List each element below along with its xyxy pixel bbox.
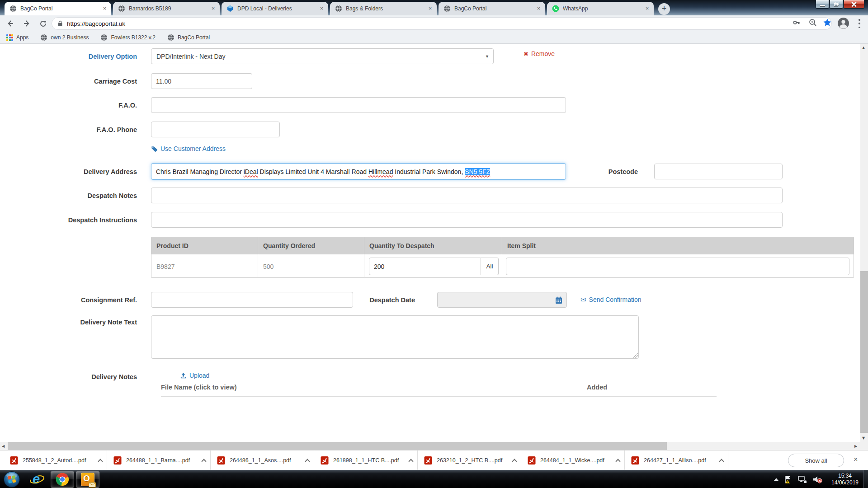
scroll-right-icon[interactable]: ▶ bbox=[854, 444, 857, 448]
windows-taskbar: e O bbox=[0, 470, 868, 488]
scroll-down-icon[interactable]: ▼ bbox=[862, 436, 865, 440]
envelope-icon: ✉ bbox=[580, 296, 586, 304]
use-customer-address-label: Use Customer Address bbox=[160, 145, 226, 152]
delivery-address-input[interactable]: Chris Brazil Managing Director iDeal Dis… bbox=[151, 163, 566, 180]
despatch-notes-input[interactable] bbox=[151, 188, 783, 203]
apps-grid-icon bbox=[6, 34, 13, 41]
volume-muted-icon[interactable] bbox=[812, 475, 822, 483]
tab-close-icon[interactable]: × bbox=[426, 5, 434, 13]
download-menu-caret-icon[interactable] bbox=[408, 459, 413, 464]
start-button[interactable] bbox=[0, 471, 24, 488]
select-caret-icon: ▼ bbox=[485, 54, 489, 59]
download-item[interactable]: 255848_1_2_Autod....pdf bbox=[4, 450, 107, 470]
close-icon bbox=[851, 1, 857, 7]
close-button[interactable] bbox=[844, 0, 864, 9]
postcode-input[interactable] bbox=[654, 164, 783, 179]
bookmark-label: Fowlers B1322 v.2 bbox=[111, 34, 156, 41]
tab-close-icon[interactable]: × bbox=[535, 5, 542, 13]
fao-phone-input[interactable] bbox=[151, 122, 280, 137]
download-filename: 264484_1_1_Wicke....pdf bbox=[540, 457, 612, 464]
tab-close-icon[interactable]: × bbox=[318, 5, 326, 13]
despatch-date-input[interactable] bbox=[437, 292, 567, 308]
fao-input[interactable] bbox=[151, 97, 566, 113]
minimize-button[interactable] bbox=[816, 0, 829, 9]
carriage-cost-input[interactable] bbox=[151, 73, 252, 89]
bookmark-bagco-portal[interactable]: BagCo Portal bbox=[167, 34, 210, 41]
tab-title: Barnardos B5189 bbox=[129, 5, 206, 12]
network-icon[interactable] bbox=[797, 475, 807, 483]
download-item[interactable]: 264486_1_1_Asos....pdf bbox=[211, 450, 314, 470]
upload-link[interactable]: Upload bbox=[180, 372, 209, 379]
item-split-input[interactable] bbox=[506, 258, 849, 275]
download-item[interactable]: 261898_1_1_HTC B....pdf bbox=[314, 450, 418, 470]
apps-shortcut[interactable]: Apps bbox=[6, 34, 28, 41]
scroll-left-icon[interactable]: ◀ bbox=[2, 444, 5, 448]
taskbar-chrome-button[interactable] bbox=[51, 471, 74, 488]
horizontal-scroll-thumb[interactable] bbox=[8, 442, 667, 450]
tag-icon bbox=[151, 145, 158, 152]
despatch-instructions-input[interactable] bbox=[151, 212, 783, 228]
download-menu-caret-icon[interactable] bbox=[201, 459, 206, 464]
all-button[interactable]: All bbox=[481, 258, 499, 275]
download-menu-caret-icon[interactable] bbox=[719, 459, 724, 464]
col-header-product-id: Product ID bbox=[151, 237, 258, 254]
download-menu-caret-icon[interactable] bbox=[305, 459, 310, 464]
tab-bags-folders[interactable]: Bags & Folders × bbox=[330, 2, 437, 15]
tab-close-icon[interactable]: × bbox=[209, 5, 217, 13]
taskbar-ie-button[interactable]: e bbox=[25, 471, 49, 488]
cell-quantity-ordered: 500 bbox=[258, 254, 364, 278]
bookmark-own2business[interactable]: own 2 Business bbox=[40, 34, 89, 41]
remove-button[interactable]: ✖ Remove bbox=[524, 50, 555, 57]
tab-bagco-portal-2[interactable]: BagCo Portal × bbox=[439, 2, 545, 15]
forward-button[interactable] bbox=[21, 18, 33, 29]
tab-close-icon[interactable]: × bbox=[643, 5, 651, 13]
tab-whatsapp[interactable]: WhatsApp × bbox=[547, 2, 654, 15]
download-item[interactable]: 264488_1_1_Barna....pdf bbox=[107, 450, 211, 470]
bookmarks-bar: Apps own 2 Business Fowlers B1322 v.2 Ba… bbox=[0, 32, 868, 44]
tab-dpd-local[interactable]: DPD Local - Deliveries × bbox=[222, 2, 328, 15]
tab-close-icon[interactable]: × bbox=[101, 5, 108, 13]
upload-icon bbox=[180, 372, 187, 379]
profile-avatar[interactable] bbox=[837, 17, 849, 29]
downloads-bar-close-icon[interactable]: × bbox=[854, 455, 858, 464]
address-bar[interactable]: https://bagcoportal.uk bbox=[52, 17, 832, 30]
reload-button[interactable] bbox=[37, 18, 49, 29]
new-tab-button[interactable]: + bbox=[658, 3, 670, 15]
resize-handle[interactable] bbox=[632, 353, 638, 358]
download-filename: 261898_1_1_HTC B....pdf bbox=[333, 457, 405, 464]
action-center-flag-icon[interactable] bbox=[783, 475, 793, 484]
back-button[interactable] bbox=[5, 18, 16, 29]
calendar-icon[interactable] bbox=[555, 296, 562, 304]
horizontal-scrollbar[interactable]: ◀ ▶ bbox=[0, 442, 860, 450]
download-menu-caret-icon[interactable] bbox=[98, 459, 103, 464]
tab-bagco-portal-1[interactable]: BagCo Portal × bbox=[5, 2, 111, 15]
download-item[interactable]: 263210_1_2_HTC B....pdf bbox=[418, 450, 521, 470]
download-item[interactable]: 264427_1_1_Alliso....pdf bbox=[625, 450, 728, 470]
col-header-quantity-ordered: Quantity Ordered bbox=[258, 237, 364, 254]
delivery-option-select[interactable]: DPD/Interlink - Next Day ▼ bbox=[151, 48, 494, 64]
vertical-scroll-thumb[interactable] bbox=[860, 271, 868, 433]
restore-button[interactable] bbox=[830, 0, 843, 9]
download-item[interactable]: 264484_1_1_Wicke....pdf bbox=[521, 450, 625, 470]
taskbar-clock[interactable]: 15:34 14/06/2019 bbox=[827, 473, 863, 486]
use-customer-address-link[interactable]: Use Customer Address bbox=[151, 145, 226, 152]
tab-barnardos[interactable]: Barnardos B5189 × bbox=[113, 2, 220, 15]
browser-menu-icon[interactable] bbox=[858, 19, 861, 28]
send-confirmation-link[interactable]: ✉ Send Confirmation bbox=[580, 296, 642, 304]
password-key-icon[interactable] bbox=[792, 18, 801, 29]
show-desktop-button[interactable] bbox=[863, 470, 868, 488]
carriage-cost-label: Carriage Cost bbox=[19, 78, 137, 85]
delivery-note-text-area[interactable] bbox=[151, 315, 639, 359]
bookmark-fowlers[interactable]: Fowlers B1322 v.2 bbox=[100, 34, 156, 41]
quantity-to-despatch-input[interactable] bbox=[369, 258, 481, 275]
zoom-icon[interactable] bbox=[808, 18, 817, 29]
vertical-scrollbar[interactable]: ▲ ▼ bbox=[860, 44, 868, 442]
download-menu-caret-icon[interactable] bbox=[615, 459, 620, 464]
show-all-button[interactable]: Show all bbox=[788, 454, 844, 467]
bookmark-star-icon[interactable] bbox=[823, 18, 832, 29]
hidden-icons-caret[interactable] bbox=[774, 478, 778, 481]
download-menu-caret-icon[interactable] bbox=[512, 459, 517, 464]
scroll-up-icon[interactable]: ▲ bbox=[862, 46, 865, 50]
pdf-icon bbox=[9, 456, 19, 465]
taskbar-outlook-button[interactable]: O bbox=[76, 471, 99, 488]
